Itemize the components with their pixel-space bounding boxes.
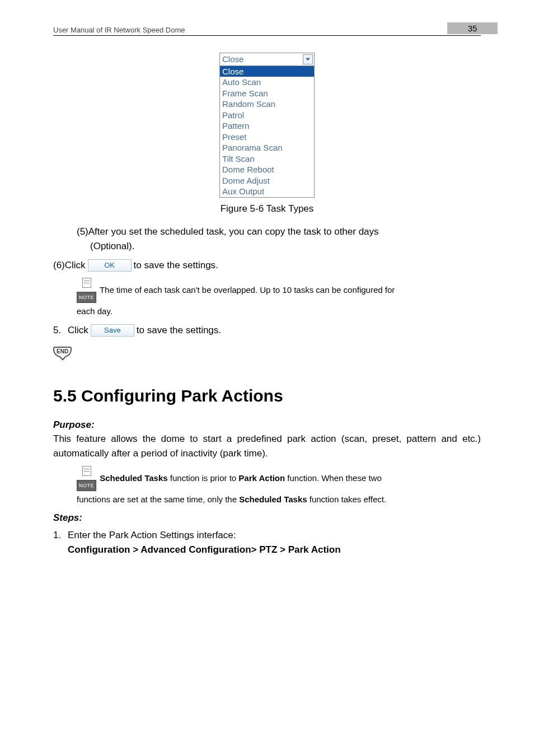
header-title: User Manual of IR Network Speed Dome xyxy=(53,26,185,34)
note2-bold-3: Scheduled Tasks xyxy=(239,494,307,504)
substep-6: (6)Click OK to save the settings. xyxy=(53,258,481,273)
task-type-selected-value: Close xyxy=(222,54,243,65)
steps-label: Steps: xyxy=(53,512,481,524)
note-text-line-1: The time of each task can't be overlappe… xyxy=(100,285,395,295)
substep-5-line-2: (Optional). xyxy=(90,239,481,254)
task-type-select[interactable]: Close xyxy=(219,53,315,66)
end-icon: END xyxy=(53,346,72,356)
note-block-2: NOTE Scheduled Tasks function is prior t… xyxy=(77,466,481,507)
end-icon-label: END xyxy=(53,347,72,357)
task-type-option[interactable]: Aux Output xyxy=(220,186,314,197)
step-number: 5. xyxy=(53,323,65,338)
step-5-suffix: to save the settings. xyxy=(137,323,221,338)
task-type-option[interactable]: Random Scan xyxy=(220,99,314,110)
task-type-option[interactable]: Dome Reboot xyxy=(220,164,314,175)
step-5: 5. Click Save to save the settings. xyxy=(53,323,481,338)
task-type-option[interactable]: Pattern xyxy=(220,120,314,132)
page-number: 35 xyxy=(447,22,498,34)
task-type-option[interactable]: Frame Scan xyxy=(220,88,314,99)
figure-caption: Figure 5-6 Task Types xyxy=(53,203,481,214)
purpose-text: This feature allows the dome to start a … xyxy=(53,432,481,461)
note2-mid-1: function is prior to xyxy=(168,473,239,483)
note2-line2a: functions are set at the same time, only… xyxy=(77,494,239,504)
note2-bold-1: Scheduled Tasks xyxy=(100,473,167,483)
chevron-down-icon xyxy=(303,54,313,64)
note2-line2b: function takes effect. xyxy=(307,494,386,504)
note-block: NOTE The time of each task can't be over… xyxy=(77,278,481,319)
note2-bold-2: Park Action xyxy=(238,473,285,483)
ok-button[interactable]: OK xyxy=(88,259,132,272)
note-icon: NOTE xyxy=(77,278,96,304)
svg-marker-0 xyxy=(306,58,310,60)
page-header: User Manual of IR Network Speed Dome 35 xyxy=(53,22,481,36)
section-heading: 5.5 Configuring Park Actions xyxy=(53,386,481,405)
substep-5-line-1: (5)After you set the scheduled task, you… xyxy=(77,225,481,239)
note-icon-label: NOTE xyxy=(77,480,96,491)
step-1-path: Configuration > Advanced Configuration> … xyxy=(68,543,341,557)
step-1: 1. Enter the Park Action Settings interf… xyxy=(53,528,481,558)
note2-mid-2: function. When these two xyxy=(285,473,382,483)
step-5-prefix: Click xyxy=(68,323,88,338)
task-type-option[interactable]: Auto Scan xyxy=(220,77,314,88)
note-icon: NOTE xyxy=(77,466,96,492)
note-icon-label: NOTE xyxy=(77,292,96,303)
task-type-option[interactable]: Close xyxy=(220,66,314,77)
substep-5: (5)After you set the scheduled task, you… xyxy=(77,225,481,254)
purpose-label: Purpose: xyxy=(53,419,481,431)
task-type-option[interactable]: Panorama Scan xyxy=(220,142,314,153)
step-1-text: Enter the Park Action Settings interface… xyxy=(68,528,341,543)
task-type-option[interactable]: Patrol xyxy=(220,110,314,121)
task-type-option[interactable]: Tilt Scan xyxy=(220,153,314,165)
note-text-line-2: each day. xyxy=(77,304,481,319)
task-type-option[interactable]: Dome Adjust xyxy=(220,175,314,186)
step-number: 1. xyxy=(53,528,65,543)
task-type-options: Close Auto Scan Frame Scan Random Scan P… xyxy=(219,66,315,198)
save-button[interactable]: Save xyxy=(91,324,134,337)
task-type-option[interactable]: Preset xyxy=(220,132,314,143)
task-type-dropdown-figure: Close Close Auto Scan Frame Scan Random … xyxy=(219,53,315,198)
substep-6-suffix: to save the settings. xyxy=(134,258,218,273)
substep-6-prefix: (6)Click xyxy=(53,258,86,273)
